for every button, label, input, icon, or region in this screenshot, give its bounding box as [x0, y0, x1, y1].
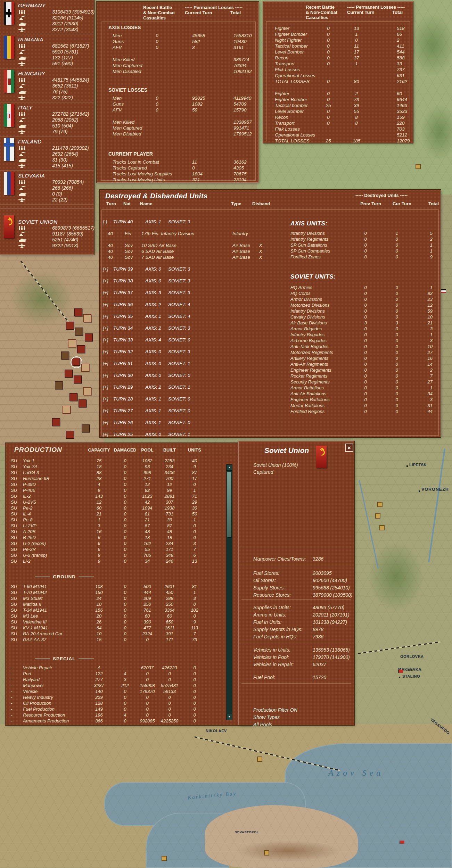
- expand-icon[interactable]: [+]: [103, 385, 108, 390]
- option-item[interactable]: All Pools: [239, 722, 354, 729]
- scroll-up-icon[interactable]: ▲: [227, 465, 232, 471]
- turn-group-row[interactable]: [+] TURN 31 AXIS: 0 SOVIET: 1: [101, 361, 279, 367]
- production-row: SU Pe-8 1 0 21 39 1: [6, 517, 228, 523]
- turn-group-row[interactable]: [+] TURN 28 AXIS: 1 SOVIET: 0: [101, 396, 279, 402]
- loss-casualties: 0: [147, 33, 167, 38]
- summary-label: Infantry Regiments: [290, 237, 328, 242]
- turn-group-row[interactable]: [+] TURN 29 AXIS: 2 SOVIET: 1: [101, 385, 279, 390]
- unit-counter[interactable]: [55, 381, 63, 389]
- unit-counter[interactable]: [61, 352, 69, 359]
- turn-group-row[interactable]: [+] TURN 26 AXIS: 1 SOVIET: 0: [101, 420, 279, 426]
- expand-icon[interactable]: [+]: [103, 337, 108, 342]
- unit-counter[interactable]: [52, 418, 60, 426]
- destroyed-unit-row[interactable]: 40 Sov 7 SAD Air Base Air Base X: [101, 255, 279, 261]
- destroyed-unit-row[interactable]: 40 Fin 17th Fin. Infantry Division Infan…: [101, 231, 279, 237]
- prod-damaged: 0: [113, 464, 137, 469]
- expand-icon[interactable]: [+]: [103, 373, 108, 378]
- soviet-flag-marker[interactable]: [398, 670, 403, 673]
- soviet-units-title: SOVIET UNITS:: [290, 273, 336, 280]
- country-block: FINLAND 211478 (209902) 2692 (2654) 3: [0, 136, 94, 170]
- expand-icon[interactable]: [+]: [103, 432, 108, 437]
- summary-label: SP Gun Companies: [290, 248, 330, 254]
- guns-total: 3652 (3611): [52, 83, 78, 89]
- turn-group-row[interactable]: [+] TURN 35 AXIS: 1 SOVIET: 4: [101, 314, 279, 320]
- turn-group-row[interactable]: [+] TURN 27 AXIS: 1 SOVIET: 0: [101, 408, 279, 414]
- summary-label: Engineer Battalions: [290, 397, 330, 402]
- unit-counter[interactable]: [75, 328, 83, 336]
- unit-counter[interactable]: [74, 375, 82, 383]
- expand-icon[interactable]: [+]: [103, 420, 108, 425]
- air-loss-label: Level Bomber: [275, 49, 304, 55]
- soviet-flag-marker[interactable]: [400, 841, 404, 844]
- unit-counter[interactable]: [66, 322, 74, 330]
- unit-counter[interactable]: [74, 308, 82, 316]
- option-item[interactable]: Production Filter ON: [239, 707, 354, 714]
- turn-group-row[interactable]: [+] TURN 36 AXIS: 2 SOVIET: 4: [101, 302, 279, 308]
- loss-casualties: 0: [147, 107, 167, 113]
- unit-counter[interactable]: [63, 406, 71, 414]
- option-label[interactable]: Show Types: [253, 714, 280, 720]
- fortification-icon[interactable]: [379, 525, 385, 530]
- expand-icon[interactable]: [+]: [103, 396, 108, 402]
- unit-counter[interactable]: [68, 339, 76, 347]
- german-flag-marker[interactable]: [441, 289, 446, 293]
- close-icon[interactable]: ×: [345, 444, 353, 452]
- destroyed-unit-row[interactable]: 40 Sov 10 SAD Air Base Air Base X: [101, 243, 279, 249]
- gun-icon: [18, 152, 26, 157]
- expand-icon[interactable]: [+]: [103, 266, 108, 272]
- unit-counter[interactable]: [79, 399, 87, 407]
- unit-counter[interactable]: [83, 387, 91, 395]
- scrollbar-thumb[interactable]: [227, 472, 232, 538]
- air-loss-current: 17: [346, 49, 367, 55]
- fortification-icon[interactable]: [257, 757, 262, 762]
- option-item[interactable]: Show Types: [239, 714, 354, 722]
- unit-counter[interactable]: [83, 314, 91, 322]
- unit-counter[interactable]: [69, 393, 77, 401]
- expand-icon[interactable]: [+]: [103, 408, 108, 413]
- unit-counter[interactable]: [85, 333, 93, 341]
- info-label: Supply Stores:: [253, 585, 285, 590]
- destroyed-unit-row[interactable]: 40 Sov 6 SAD Air Base Air Base X: [101, 249, 279, 255]
- collapse-icon[interactable]: [-]: [103, 219, 107, 224]
- option-label[interactable]: All Pools: [253, 722, 272, 727]
- unit-counter[interactable]: [65, 370, 73, 378]
- expand-icon[interactable]: [+]: [103, 290, 108, 295]
- fortification-icon[interactable]: [264, 850, 269, 855]
- turn-label: TURN 40: [113, 219, 133, 224]
- expand-icon[interactable]: [+]: [103, 278, 108, 283]
- turn-group-row[interactable]: [+] TURN 39 AXIS: 0 SOVIET: 3: [101, 266, 279, 272]
- fortification-icon[interactable]: [162, 856, 167, 861]
- expand-icon[interactable]: [+]: [103, 302, 108, 307]
- men-icon: [18, 180, 26, 185]
- production-scrollbar[interactable]: ▲ ▼: [226, 464, 232, 720]
- turn-group-row[interactable]: [+] TURN 34 AXIS: 2 SOVIET: 3: [101, 325, 279, 331]
- turn-group-row[interactable]: [+] TURN 25 AXIS: 0 SOVIET: 1: [101, 432, 279, 438]
- prod-damaged: 0: [113, 584, 137, 589]
- fortification-icon[interactable]: [377, 502, 383, 507]
- turn-group-row[interactable]: [+] TURN 38 AXIS: 0 SOVIET: 3: [101, 278, 279, 284]
- expand-icon[interactable]: [+]: [103, 325, 108, 331]
- turn-group-row[interactable]: [+] TURN 37 AXIS: 3 SOVIET: 3: [101, 290, 279, 296]
- prod-capacity: 150: [87, 590, 111, 595]
- turn-group-row[interactable]: [+] TURN 33 AXIS: 4 SOVIET: 0: [101, 337, 279, 343]
- turn-group-row[interactable]: [+] TURN 30 AXIS: 0 SOVIET: 0: [101, 373, 279, 379]
- unit-counter[interactable]: [77, 345, 85, 353]
- prod-capacity: 140: [87, 689, 111, 694]
- scroll-down-icon[interactable]: ▼: [227, 714, 232, 720]
- unit-counter[interactable]: [66, 431, 74, 439]
- expand-icon[interactable]: [+]: [103, 349, 108, 354]
- expand-icon[interactable]: [+]: [103, 314, 108, 319]
- summary-label: Air Base Divisions: [290, 320, 327, 325]
- unit-counter[interactable]: [81, 364, 89, 372]
- prod-name: Port: [23, 671, 31, 676]
- option-label[interactable]: Production Filter ON: [253, 707, 297, 713]
- turn-group-row[interactable]: [+] TURN 32 AXIS: 0 SOVIET: 3: [101, 349, 279, 355]
- info-label: Fuel Depots in HQs:: [253, 634, 297, 639]
- expand-icon[interactable]: [+]: [103, 361, 108, 366]
- fortification-icon[interactable]: [375, 513, 380, 519]
- fortification-icon[interactable]: [416, 164, 421, 169]
- turn-group-row[interactable]: [-] TURN 40 AXIS: 1 SOVIET: 3: [101, 219, 279, 225]
- unit-counter[interactable]: [82, 424, 90, 432]
- info-label: Fuel Pool:: [253, 675, 275, 680]
- destroyed-summary-row: Armor Divisions 0 0 23: [280, 297, 439, 303]
